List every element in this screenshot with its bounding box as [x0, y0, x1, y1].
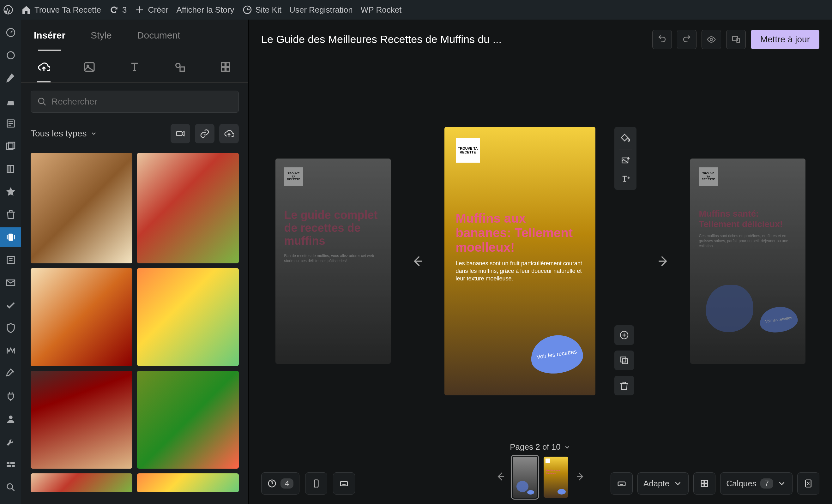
new-content-link[interactable]: Créer	[135, 5, 168, 15]
search-input[interactable]	[51, 97, 232, 107]
wp-admin-bar: Trouve Ta Recette 3 Créer Afficher la St…	[0, 0, 832, 20]
undo-button[interactable]	[652, 30, 672, 49]
security-menu[interactable]	[0, 318, 21, 338]
tab-insert[interactable]: Insérer	[21, 20, 78, 51]
tab-document[interactable]: Document	[125, 20, 193, 51]
text-plus-icon	[620, 174, 630, 184]
recipes-menu[interactable]	[0, 91, 21, 110]
thumbs-prev[interactable]	[495, 471, 506, 483]
redo-button[interactable]	[677, 30, 697, 49]
users-menu[interactable]	[0, 409, 21, 429]
pages-menu[interactable]	[0, 114, 21, 133]
media-search[interactable]	[31, 90, 239, 113]
prev-page-arrow[interactable]	[410, 253, 425, 269]
appearance-menu[interactable]	[0, 364, 21, 383]
view-story-link[interactable]: Afficher la Story	[176, 5, 234, 15]
media-thumbnail[interactable]	[31, 473, 132, 492]
stories-menu[interactable]	[0, 228, 21, 247]
media-thumbnail[interactable]	[31, 371, 132, 469]
story-title[interactable]: Le Guide des Meilleures Recettes de Muff…	[261, 33, 502, 46]
upload-cloud-icon	[37, 61, 50, 73]
plugins-menu[interactable]	[0, 387, 21, 406]
upload-button[interactable]	[219, 124, 239, 143]
previous-page-preview[interactable]: TROUVE TA RECETTE Le guide complet de re…	[276, 159, 391, 364]
site-name-link[interactable]: Trouve Ta Recette	[21, 5, 101, 15]
forms-menu[interactable]	[0, 250, 21, 270]
slide-subtitle[interactable]: Les bananes sont un fruit particulièreme…	[456, 260, 584, 283]
device-icon	[311, 479, 321, 488]
sitekit-menu[interactable]	[0, 46, 21, 65]
active-page-frame[interactable]: TROUVE TA RECETTE Muffins aux bananes: T…	[444, 127, 595, 395]
search-icon	[37, 97, 47, 106]
publish-settings-button[interactable]	[726, 30, 746, 49]
check-menu[interactable]	[0, 296, 21, 315]
page-thumbnail[interactable]: Muffins aux bananes	[544, 457, 568, 498]
wp-logo[interactable]	[3, 5, 13, 15]
layers-button[interactable]: Calques 7	[720, 472, 792, 495]
insert-text-button[interactable]	[617, 170, 634, 187]
dashboard-menu[interactable]	[0, 23, 21, 42]
site-kit-link[interactable]: Site Kit	[242, 5, 281, 15]
help-circle-icon	[267, 479, 277, 488]
eye-icon	[707, 35, 716, 44]
posts-menu[interactable]	[0, 68, 21, 88]
update-button[interactable]: Mettre à jour	[751, 30, 820, 49]
preview-button[interactable]	[702, 30, 721, 49]
link-button[interactable]	[195, 124, 214, 143]
search-menu[interactable]	[0, 477, 21, 497]
media-thumbnail[interactable]	[137, 473, 239, 492]
replace-media-button[interactable]	[617, 152, 634, 169]
record-video-button[interactable]	[171, 124, 190, 143]
media-menu[interactable]	[0, 136, 21, 156]
media-thumbnail[interactable]	[137, 371, 239, 469]
logo-menu[interactable]	[0, 341, 21, 361]
site-name-text: Trouve Ta Recette	[34, 5, 101, 15]
svg-rect-13	[7, 462, 9, 464]
thumbs-next[interactable]	[575, 471, 586, 483]
bottom-bar: 4 Pages 2 of 10	[249, 463, 832, 504]
text-icon	[128, 61, 141, 73]
text-tab[interactable]	[112, 51, 158, 82]
add-page-button[interactable]	[614, 325, 634, 345]
page-thumbnail[interactable]	[513, 457, 537, 498]
slide-title[interactable]: Muffins aux bananes: Tellement moelleux!	[456, 211, 584, 255]
media-thumbnail[interactable]	[31, 268, 132, 366]
grid-view-button[interactable]	[693, 472, 716, 495]
updates-link[interactable]: 3	[109, 5, 127, 15]
media-thumbnail[interactable]	[137, 268, 239, 366]
upload-tab[interactable]	[21, 51, 67, 82]
wp-admin-sidebar	[0, 20, 21, 504]
reviews-menu[interactable]	[0, 182, 21, 202]
pages-indicator[interactable]: Pages 2 of 10	[510, 442, 570, 452]
tools-menu[interactable]	[0, 432, 21, 452]
export-button[interactable]	[305, 472, 327, 495]
templates-tab[interactable]	[203, 51, 248, 82]
safe-zone-button[interactable]	[797, 472, 820, 495]
panel-tabs: Insérer Style Document	[21, 20, 248, 51]
upload-icon	[224, 129, 234, 139]
media-thumbnail[interactable]	[31, 153, 132, 263]
trash-menu[interactable]	[0, 205, 21, 224]
next-page-preview[interactable]: TROUVE TA RECETTE Muffins santé: Telleme…	[690, 159, 805, 364]
chevron-down-icon	[564, 444, 571, 451]
toggle-keyboard-button[interactable]	[610, 472, 633, 495]
mail-menu[interactable]	[0, 273, 21, 292]
wp-rocket-link[interactable]: WP Rocket	[361, 5, 402, 15]
media-tab[interactable]	[67, 51, 112, 82]
background-color-button[interactable]	[617, 130, 634, 147]
media-thumbnail[interactable]	[137, 153, 239, 263]
tab-style[interactable]: Style	[78, 20, 125, 51]
settings-menu[interactable]	[0, 455, 21, 474]
svg-point-3	[7, 52, 14, 59]
next-page-arrow[interactable]	[655, 253, 671, 269]
library-menu[interactable]	[0, 159, 21, 179]
user-registration-link[interactable]: User Registration	[289, 5, 353, 15]
keyboard-shortcuts-button[interactable]	[333, 472, 355, 495]
checklist-button[interactable]: 4	[261, 472, 300, 495]
media-type-filter[interactable]: Tous les types	[31, 129, 97, 139]
delete-page-button[interactable]	[614, 376, 634, 395]
shapes-tab[interactable]	[157, 51, 203, 82]
duplicate-page-button[interactable]	[614, 350, 634, 370]
templates-icon	[219, 61, 232, 73]
zoom-fit-button[interactable]: Adapte	[638, 472, 688, 495]
